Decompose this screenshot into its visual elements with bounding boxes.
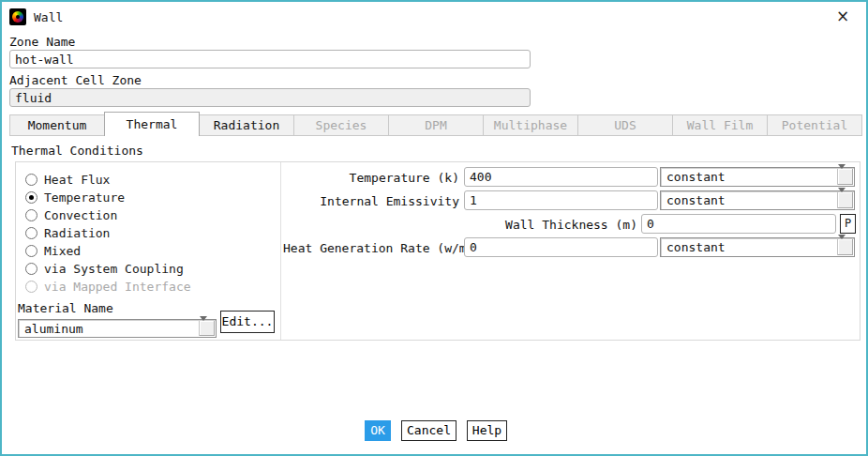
tab-thermal[interactable]: Thermal [104, 112, 200, 136]
group-divider [280, 162, 281, 340]
zone-name-label: Zone Name [9, 35, 75, 49]
tab-uds: UDS [577, 114, 673, 136]
material-combo-dropdown-button[interactable] [199, 321, 215, 336]
wall-thickness-label: Wall Thickness (m) [461, 218, 637, 232]
tab-momentum[interactable]: Momentum [9, 114, 105, 136]
edit-material-button[interactable]: Edit... [220, 311, 275, 333]
radio-convection[interactable]: Convection [25, 207, 117, 222]
tab-dpm: DPM [388, 114, 484, 136]
temperature-label: Temperature (k) [283, 171, 459, 185]
wall-thickness-profile-button[interactable]: P [840, 214, 856, 234]
material-name-combobox[interactable]: aluminum [18, 319, 217, 338]
radio-icon[interactable] [25, 174, 37, 186]
wall-dialog: Wall × Zone Name Adjacent Cell Zone Mome… [0, 0, 868, 456]
heat-generation-method-value: constant [666, 240, 726, 254]
internal-emissivity-label: Internal Emissivity [283, 194, 459, 208]
internal-emissivity-combo-dropdown-button[interactable] [837, 192, 853, 208]
heat-generation-combo-dropdown-button[interactable] [837, 239, 853, 255]
temperature-method-value: constant [666, 170, 726, 184]
fluent-app-icon [9, 8, 26, 25]
thermal-conditions-title: Thermal Conditions [11, 144, 143, 158]
radio-icon[interactable] [25, 209, 37, 221]
radio-icon[interactable] [25, 263, 37, 275]
chevron-down-icon [838, 188, 846, 206]
radio-icon-disabled [25, 281, 37, 293]
tab-species: Species [293, 114, 389, 136]
internal-emissivity-method-value: constant [666, 193, 726, 207]
title-bar: Wall [9, 8, 63, 26]
temperature-method-combobox[interactable]: constant [660, 167, 855, 187]
ok-button[interactable]: OK [365, 420, 391, 441]
radio-label: Mixed [44, 244, 81, 258]
wall-thickness-input[interactable] [641, 214, 836, 234]
tab-bar: Momentum Thermal Radiation Species DPM M… [9, 112, 862, 136]
radio-heat-flux[interactable]: Heat Flux [25, 172, 110, 187]
radio-label: Radiation [44, 226, 110, 240]
chevron-down-icon [200, 316, 207, 335]
zone-name-input[interactable] [9, 50, 531, 68]
radio-via-mapped-interface: via Mapped Interface [25, 279, 191, 294]
temperature-input[interactable] [464, 167, 658, 187]
close-icon[interactable]: × [834, 8, 851, 24]
help-button[interactable]: Help [467, 420, 507, 441]
radio-label: via Mapped Interface [44, 280, 191, 294]
radio-radiation[interactable]: Radiation [25, 225, 110, 240]
tab-wall-film: Wall Film [672, 114, 768, 136]
radio-label: Convection [44, 208, 117, 222]
temperature-combo-dropdown-button[interactable] [837, 169, 853, 185]
material-name-value: aluminum [24, 322, 83, 336]
chevron-down-icon [838, 164, 846, 183]
radio-temperature[interactable]: Temperature [25, 190, 125, 205]
radio-selected-icon[interactable] [25, 191, 37, 204]
material-name-label: Material Name [18, 301, 113, 315]
tab-multiphase: Multiphase [483, 114, 578, 136]
radio-via-system-coupling[interactable]: via System Coupling [25, 261, 184, 276]
tab-radiation[interactable]: Radiation [199, 114, 294, 136]
heat-generation-method-combobox[interactable]: constant [660, 237, 855, 257]
heat-generation-rate-input[interactable] [464, 237, 658, 257]
heat-generation-rate-label: Heat Generation Rate (w/m3) [283, 241, 459, 255]
adjacent-cell-zone-input [9, 88, 531, 107]
radio-icon[interactable] [25, 227, 37, 239]
window-title: Wall [34, 10, 63, 24]
cancel-button[interactable]: Cancel [401, 420, 456, 441]
radio-label: via System Coupling [44, 262, 184, 276]
radio-label: Heat Flux [44, 173, 110, 187]
adjacent-cell-zone-label: Adjacent Cell Zone [9, 73, 142, 87]
radio-icon[interactable] [25, 245, 37, 257]
internal-emissivity-method-combobox[interactable]: constant [660, 190, 855, 210]
radio-label: Temperature [44, 190, 125, 205]
radio-mixed[interactable]: Mixed [25, 243, 81, 258]
chevron-down-icon [838, 235, 846, 253]
internal-emissivity-input[interactable] [464, 190, 658, 210]
tab-potential: Potential [767, 114, 862, 136]
